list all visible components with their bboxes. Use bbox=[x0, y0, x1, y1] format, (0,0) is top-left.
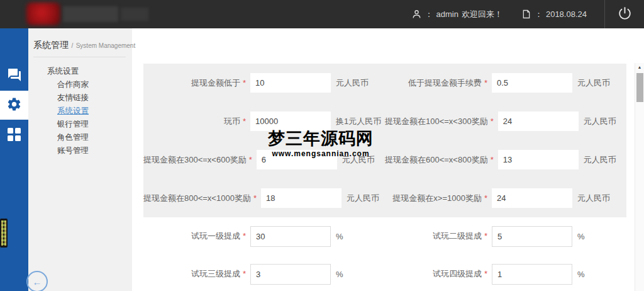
form-field: 提现金额在x>=1000奖励* 元人民币 bbox=[385, 188, 626, 208]
required-asterisk: * bbox=[484, 78, 487, 88]
date-colon: ： bbox=[535, 9, 543, 20]
sidebar-item-system-settings-group[interactable]: 系统设置 bbox=[28, 65, 132, 78]
form-row: 试玩三级提成* % 试玩四级提成* % bbox=[143, 255, 626, 291]
field-suffix: 元人民币 bbox=[584, 154, 633, 166]
menu-title: 系统管理 bbox=[33, 40, 69, 50]
field-label: 提现金额在x>=1000奖励* bbox=[392, 193, 488, 204]
logo-text-block bbox=[63, 6, 118, 22]
date-value: 2018.08.24 bbox=[546, 9, 587, 19]
field-suffix: % bbox=[336, 270, 385, 279]
field-input[interactable] bbox=[250, 111, 331, 131]
required-asterisk: * bbox=[491, 117, 494, 126]
field-label: 试玩三级提成* bbox=[191, 268, 247, 280]
trial-commission-panel: 试玩一级提成* % 试玩二级提成* % 试玩三级提成* % 试玩四级提成* bbox=[143, 217, 626, 291]
back-button[interactable]: ← bbox=[26, 271, 48, 291]
sidebar-item-friend-links[interactable]: 友情链接 bbox=[28, 91, 132, 105]
rail-item-messages[interactable] bbox=[0, 62, 28, 91]
username: admin bbox=[436, 9, 458, 19]
field-label: 提现金额在100<=x<300奖励* bbox=[385, 116, 494, 127]
required-asterisk: * bbox=[243, 78, 246, 88]
user-status: ： admin 欢迎回来！ bbox=[411, 9, 502, 20]
form-row: 提现金额低于* 元人民币 低于提现金额手续费* 元人民币 bbox=[143, 64, 626, 102]
scrollbar: ▲ bbox=[635, 63, 644, 291]
form-field: 试玩一级提成* % bbox=[143, 226, 385, 247]
field-input[interactable] bbox=[492, 226, 572, 247]
sidebar-item-bank-management[interactable]: 银行管理 bbox=[28, 118, 132, 131]
field-label: 提现金额在300<=x<600奖励* bbox=[143, 154, 253, 166]
field-label: 试玩四级提成* bbox=[433, 268, 488, 280]
scrollbar-up-icon[interactable]: ▲ bbox=[635, 63, 644, 71]
logout-button[interactable] bbox=[604, 0, 644, 28]
sidebar-item-account-management[interactable]: 账号管理 bbox=[28, 144, 132, 157]
header-right: ： admin 欢迎回来！ ： 2018.08.24 bbox=[411, 0, 644, 28]
field-suffix: 元人民币 bbox=[584, 116, 633, 127]
field-label: 试玩二级提成* bbox=[433, 231, 488, 242]
form-field: 玩币* 换1元人民币 bbox=[143, 111, 385, 131]
field-label: 试玩一级提成* bbox=[191, 231, 247, 242]
required-asterisk: * bbox=[491, 155, 494, 164]
form-row: 试玩一级提成* % 试玩二级提成* % bbox=[143, 217, 626, 255]
field-input[interactable] bbox=[250, 264, 331, 285]
required-asterisk: * bbox=[484, 231, 487, 241]
form-field: 低于提现金额手续费* 元人民币 bbox=[385, 73, 626, 93]
menu-header: 系统管理 / System Management bbox=[33, 28, 126, 57]
scrollbar-thumb[interactable] bbox=[636, 73, 643, 102]
field-suffix: 元人民币 bbox=[577, 77, 626, 89]
sidebar-item-role-management[interactable]: 角色管理 bbox=[28, 131, 132, 144]
field-input[interactable] bbox=[257, 150, 337, 169]
required-asterisk: * bbox=[484, 193, 487, 203]
menu-list: 系统设置 合作商家 友情链接 系统设置 银行管理 角色管理 账号管理 bbox=[28, 57, 132, 157]
menu-subtitle: System Management bbox=[76, 42, 136, 49]
apps-grid-icon bbox=[8, 128, 21, 141]
overlay-widget bbox=[0, 219, 8, 248]
chat-icon bbox=[7, 67, 22, 85]
field-input[interactable] bbox=[250, 73, 331, 93]
field-label: 提现金额在600<=x<800奖励* bbox=[385, 154, 494, 166]
form-field: 提现金额低于* 元人民币 bbox=[143, 73, 385, 93]
site-logo bbox=[0, 0, 157, 28]
required-asterisk: * bbox=[249, 155, 252, 164]
field-input[interactable] bbox=[250, 226, 331, 247]
calendar-icon bbox=[521, 9, 531, 20]
form-row: 玩币* 换1元人民币 提现金额在100<=x<300奖励* 元人民币 bbox=[143, 102, 626, 140]
power-icon bbox=[617, 6, 633, 23]
sidebar-item-partners[interactable]: 合作商家 bbox=[28, 78, 132, 91]
form-field: 提现金额在600<=x<800奖励* 元人民币 bbox=[385, 150, 626, 169]
field-suffix: 元人民币 bbox=[336, 77, 385, 89]
field-label: 提现金额在800<=x<1000奖励* bbox=[143, 193, 257, 204]
required-asterisk: * bbox=[243, 231, 246, 241]
required-asterisk: * bbox=[484, 269, 487, 278]
required-asterisk: * bbox=[253, 193, 257, 203]
form-field: 提现金额在100<=x<300奖励* 元人民币 bbox=[385, 111, 626, 131]
icon-rail bbox=[0, 28, 28, 291]
field-input[interactable] bbox=[492, 188, 572, 208]
logo-red-mark bbox=[26, 3, 60, 25]
required-asterisk: * bbox=[243, 269, 246, 278]
field-input[interactable] bbox=[498, 150, 579, 169]
form-field: 试玩三级提成* % bbox=[143, 264, 385, 285]
form-field: 试玩二级提成* % bbox=[385, 226, 626, 247]
field-suffix: % bbox=[577, 232, 626, 241]
field-input[interactable] bbox=[492, 73, 572, 93]
field-suffix: 元人民币 bbox=[577, 193, 626, 204]
field-suffix: 元人民币 bbox=[342, 154, 391, 166]
field-input[interactable] bbox=[498, 111, 579, 131]
form-field: 提现金额在300<=x<600奖励* 元人民币 bbox=[143, 150, 385, 169]
field-suffix: % bbox=[336, 232, 385, 241]
required-asterisk: * bbox=[243, 117, 246, 126]
field-label: 提现金额低于* bbox=[191, 77, 247, 89]
user-icon bbox=[411, 9, 422, 20]
form-row: 提现金额在300<=x<600奖励* 元人民币 提现金额在600<=x<800奖… bbox=[143, 140, 626, 179]
rail-item-apps[interactable] bbox=[0, 120, 28, 149]
sidebar-item-system-settings[interactable]: 系统设置 bbox=[28, 105, 132, 118]
field-input[interactable] bbox=[261, 188, 341, 208]
field-input[interactable] bbox=[492, 264, 572, 285]
rail-item-settings[interactable] bbox=[0, 91, 28, 120]
menu-title-divider: / bbox=[71, 42, 73, 49]
field-suffix: 换1元人民币 bbox=[336, 116, 385, 127]
form-field: 试玩四级提成* % bbox=[385, 264, 626, 285]
form-row: 提现金额在800<=x<1000奖励* 元人民币 提现金额在x>=1000奖励*… bbox=[143, 179, 626, 217]
form-field: 提现金额在800<=x<1000奖励* 元人民币 bbox=[143, 188, 385, 208]
field-label: 玩币* bbox=[224, 116, 247, 127]
withdraw-settings-panel: 提现金额低于* 元人民币 低于提现金额手续费* 元人民币 玩币* 换1元人民币 bbox=[143, 64, 626, 217]
